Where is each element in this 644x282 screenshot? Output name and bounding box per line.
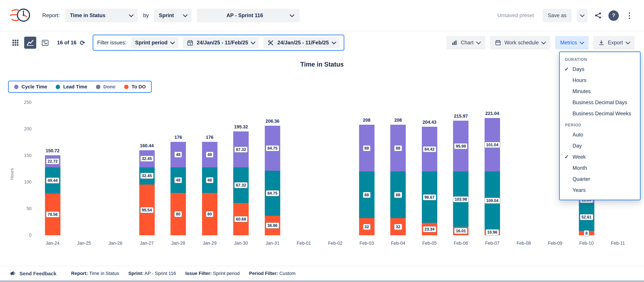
- filter-issues-label: Filter issues:: [97, 40, 126, 46]
- segment-value-label: 32.45: [140, 173, 154, 179]
- y-axis-tick: 0: [14, 232, 32, 238]
- metrics-menu-item-quarter[interactable]: Quarter: [560, 174, 640, 185]
- x-axis-label: Jan-24: [38, 241, 68, 246]
- save-preset-menu-button[interactable]: [577, 9, 588, 22]
- chart-type-button[interactable]: Chart: [446, 36, 485, 49]
- chevron-down-icon: [183, 12, 188, 17]
- metrics-menu-item-business-decimal-weeks[interactable]: Business Decimal Weeks: [560, 108, 640, 119]
- bar-total-label: 221.04: [485, 111, 499, 116]
- segment-value-label: 96.67: [423, 194, 436, 200]
- metrics-menu-item-auto[interactable]: Auto: [560, 129, 640, 140]
- segment-value-label: 48: [174, 177, 182, 183]
- x-axis-label: Feb-03: [352, 241, 382, 246]
- legend-item-cycle-time[interactable]: Cycle Time: [14, 84, 47, 89]
- export-button[interactable]: Export: [593, 36, 634, 49]
- legend-color-dot: [96, 85, 100, 89]
- legend-item-lead-time[interactable]: Lead Time: [56, 84, 87, 89]
- metrics-menu-item-month[interactable]: Month: [560, 162, 640, 174]
- legend-label: Cycle Time: [22, 84, 47, 89]
- report-type-select[interactable]: Time in Status: [65, 9, 138, 22]
- menu-item-label: Days: [572, 66, 584, 72]
- send-feedback-label: Send Feedback: [20, 270, 56, 276]
- bar-total-label: 160.44: [140, 143, 154, 148]
- x-axis-label: Feb-01: [289, 241, 319, 246]
- segment-value-label: 67.32: [234, 182, 248, 188]
- metrics-menu-item-days[interactable]: ✓Days: [560, 64, 640, 75]
- chevron-down-icon: [580, 40, 584, 44]
- segment-value-label: 52.61: [580, 214, 593, 220]
- segment-value-label: 32: [394, 224, 402, 230]
- segment-value-label: 10.96: [486, 229, 499, 235]
- share-icon: [594, 12, 602, 19]
- menu-item-label: Years: [572, 187, 586, 193]
- bar-total-label: 208: [363, 118, 370, 123]
- metrics-menu-item-hours[interactable]: Hours: [560, 75, 640, 86]
- issue-filter-select[interactable]: Sprint period: [131, 37, 178, 48]
- metrics-menu-item-week[interactable]: ✓Week: [560, 151, 640, 162]
- legend-label: Done: [103, 84, 116, 89]
- question-icon: ?: [612, 13, 615, 19]
- footer: Send Feedback Report: Time in StatusSpri…: [0, 266, 644, 280]
- more-menu-button[interactable]: ⋮: [624, 10, 634, 21]
- segment-value-label: 109.04: [484, 197, 500, 204]
- timeline-view-button[interactable]: [39, 37, 51, 49]
- x-axis-label: Feb-11: [603, 241, 633, 246]
- bar-total-label: 206.36: [266, 119, 280, 124]
- export-label: Export: [608, 40, 623, 46]
- segment-value-label: 84.75: [266, 145, 279, 151]
- chevron-down-icon: [541, 40, 546, 44]
- bar-chart-icon: [451, 40, 458, 46]
- work-schedule-label: Work schedule: [504, 40, 538, 46]
- menu-item-label: Auto: [572, 131, 583, 138]
- legend-item-done[interactable]: Done: [96, 84, 116, 89]
- metrics-menu-item-years[interactable]: Years: [560, 185, 640, 196]
- share-button[interactable]: [593, 11, 603, 21]
- x-axis-label: Jan-25: [69, 241, 99, 246]
- filter-issues-group: Filter issues: Sprint period 24/Jan/25 -…: [92, 35, 344, 51]
- calendar-icon: [495, 40, 501, 46]
- check-icon: ✓: [564, 154, 572, 160]
- metrics-button[interactable]: Metrics: [555, 36, 589, 49]
- segment-value-label: 60.68: [234, 216, 248, 222]
- grid-view-button[interactable]: [10, 37, 22, 49]
- x-axis-label: Feb-06: [446, 241, 476, 246]
- bar-total-label: 208: [394, 118, 402, 123]
- sprint-period-select[interactable]: 24/Jan/25 - 11/Feb/25: [183, 37, 259, 48]
- segment-value-label: 67.32: [234, 146, 248, 153]
- group-by-select[interactable]: Sprint: [154, 9, 192, 22]
- summary-value: Sprint period: [212, 270, 240, 276]
- help-button[interactable]: ?: [608, 10, 619, 21]
- grid-icon: [12, 39, 19, 46]
- calendar-clock-icon: [187, 40, 193, 46]
- send-feedback-button[interactable]: Send Feedback: [10, 270, 56, 277]
- segment-value-label: 84.42: [423, 146, 436, 152]
- legend-item-to-do[interactable]: To DO: [124, 84, 146, 89]
- y-axis-tick: 250: [14, 99, 32, 105]
- top-bar: Report: Time in Status by Sprint AP - Sp…: [0, 0, 644, 31]
- chart-title: Time in Status: [0, 61, 644, 68]
- issue-filter-value: Sprint period: [135, 40, 168, 46]
- tools-icon: [268, 40, 274, 46]
- legend-color-dot: [56, 85, 60, 89]
- bar-total-label: 204.43: [422, 120, 436, 125]
- metrics-menu: DURATION✓DaysHoursMinutesBusiness Decima…: [559, 51, 641, 200]
- segment-value-label: 8: [584, 230, 589, 236]
- megaphone-icon: [10, 270, 16, 277]
- save-as-button[interactable]: Save as: [543, 9, 572, 22]
- work-schedule-button[interactable]: Work schedule: [490, 36, 550, 49]
- sprint-select[interactable]: AP - Sprint 116: [197, 9, 300, 22]
- segment-value-label: 80: [174, 211, 182, 217]
- summary-value: Custom: [278, 270, 296, 276]
- bar-total-label: 176: [206, 135, 214, 140]
- worklog-period-select[interactable]: 24/Jan/25 - 11/Feb/25: [264, 37, 340, 48]
- chevron-down-icon: [476, 40, 481, 44]
- metrics-menu-item-minutes[interactable]: Minutes: [560, 86, 640, 97]
- preset-status-label: Unsaved preset: [498, 13, 534, 19]
- chart-type-label: Chart: [461, 40, 474, 46]
- chart-view-button[interactable]: [24, 37, 36, 49]
- footer-summary: Report: Time in StatusSprint: AP - Sprin…: [71, 270, 296, 276]
- refresh-button[interactable]: ⟳: [79, 40, 86, 46]
- metrics-menu-item-business-decimal-days[interactable]: Business Decimal Days: [560, 97, 640, 108]
- chart-region: Time in Status Cycle TimeLead TimeDoneTo…: [0, 54, 644, 266]
- metrics-menu-item-day[interactable]: Day: [560, 140, 640, 151]
